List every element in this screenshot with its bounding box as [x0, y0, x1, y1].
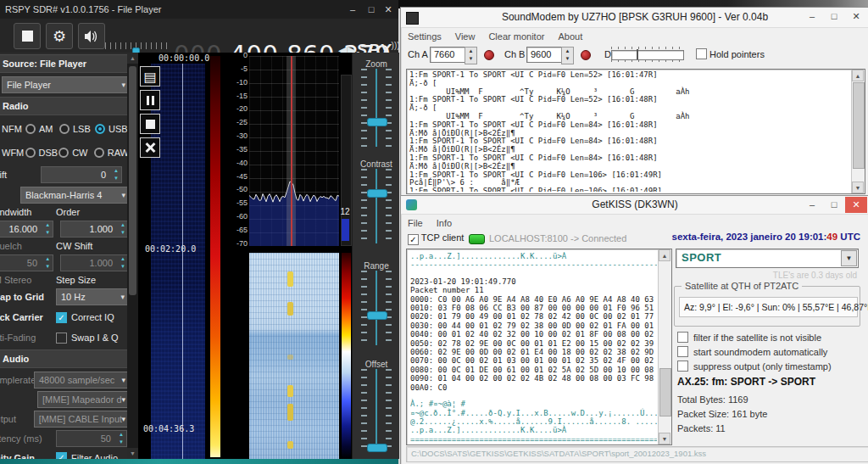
menu-view[interactable]: View	[455, 31, 476, 42]
latency-spinner[interactable]: 50▲▼	[56, 430, 127, 447]
zoom-slider-thumb[interactable]	[367, 118, 387, 126]
db-tick-label: -60	[220, 212, 248, 221]
unity-gain-label: Unity Gain	[0, 453, 56, 460]
autostart-soundmodem-checkbox[interactable]: start soundmodem automatically	[677, 346, 827, 357]
soundmodem-window: SoundModem by UZ7HO [BPSK G3RUH 9600] - …	[400, 7, 868, 198]
scroll-up-icon[interactable]: ▲	[659, 249, 670, 261]
contrast-slider[interactable]: Contrast	[359, 159, 393, 243]
menu-clear-monitor[interactable]: Clear monitor	[488, 31, 544, 42]
scroll-down-icon[interactable]: ▼	[852, 182, 864, 193]
pause-button[interactable]	[140, 90, 160, 110]
settings-button[interactable]: ⚙	[46, 23, 73, 49]
radio-section-header[interactable]: Radio	[0, 97, 127, 115]
channel-b-spinner[interactable]: ▲▼	[561, 47, 574, 64]
scroll-down-icon[interactable]: ▼	[127, 448, 138, 459]
audio-output-select[interactable]: [MME] CABLE Input▾	[34, 411, 127, 428]
datetime-seconds: 49	[826, 232, 837, 242]
soundmodem-maximize-button[interactable]: □	[823, 8, 845, 25]
getkiss-close-button[interactable]: ✕	[845, 197, 867, 213]
scroll-up-icon[interactable]: ▲	[127, 53, 138, 64]
scroll-down-icon[interactable]: ▼	[659, 433, 670, 444]
bandwidth-spinner[interactable]: 16.000▲▼	[0, 221, 53, 238]
offset-slider-thumb[interactable]	[367, 444, 387, 452]
tuning-line[interactable]	[291, 56, 292, 246]
mode-raw-radio[interactable]: RAW	[94, 148, 127, 158]
menu-file[interactable]: File	[408, 218, 423, 228]
squelch-spinner[interactable]: 50▲▼	[0, 254, 53, 271]
chevron-down-icon[interactable]: ▼	[841, 250, 857, 266]
hex-line: 0030: 00 44 00 01 02 79 02 38 00 0D 00 0…	[410, 321, 657, 330]
cw-shift-spinner[interactable]: 1.000▲▼	[60, 254, 127, 271]
main-waterfall[interactable]	[249, 253, 339, 459]
mode-usb-radio[interactable]: USB	[95, 124, 127, 134]
dcd-threshold-slider[interactable]	[611, 47, 682, 62]
getkiss-minimize-button[interactable]: –	[801, 197, 823, 213]
audio-mute-button[interactable]	[78, 23, 105, 49]
audio-section-header[interactable]: Audio	[0, 349, 127, 368]
tcp-client-checkbox[interactable]: ✓ TCP client	[408, 232, 464, 245]
scroll-up-icon[interactable]: ▲	[852, 70, 864, 81]
correct-iq-checkbox[interactable]: ✓	[56, 312, 67, 323]
range-slider-thumb[interactable]	[367, 311, 387, 320]
mode-dsb-radio[interactable]: DSB	[25, 148, 59, 158]
samplerate-select[interactable]: 48000 sample/sec▾	[34, 372, 127, 389]
stop-file-button[interactable]	[140, 114, 160, 134]
soundmodem-minimize-button[interactable]: –	[801, 8, 823, 25]
filter-audio-checkbox[interactable]: ✓	[56, 452, 67, 459]
sdr-window-title: RSPY SDR# v1.0.0.1756 - File Player	[5, 0, 161, 19]
getkiss-maximize-button[interactable]: □	[823, 197, 845, 213]
hex-line: 0070: 00 0C 00 02 01 03 00 01 00 01 02 3…	[410, 356, 657, 365]
channel-a-spinner[interactable]: ▲▼	[465, 47, 477, 64]
chevron-down-icon: ▾	[121, 77, 125, 92]
offset-slider[interactable]: Offset	[359, 360, 393, 452]
file-time-mid: 00:02:20.0	[145, 244, 196, 254]
sdr-maximize-button[interactable]: □	[363, 0, 380, 19]
mode-am-radio[interactable]: AM	[25, 124, 59, 134]
swap-iq-checkbox[interactable]	[56, 333, 67, 344]
packet-hex-panel[interactable]: ..p.a...Z.].............K.K....ü>À------…	[406, 249, 672, 445]
audio-input-select[interactable]: [MME] Mapeador d▾	[37, 391, 127, 408]
filter-visible-checkbox[interactable]: filter if the satellite is not visible	[677, 332, 821, 343]
filter-window-select[interactable]: Blackman-Harris 4▾	[20, 187, 127, 204]
mode-cw-radio[interactable]: CW	[58, 148, 94, 158]
playlist-button[interactable]: ▤	[140, 66, 160, 87]
source-section-header[interactable]: Source: File Player	[0, 54, 127, 73]
zoom-slider[interactable]: Zoom	[359, 59, 393, 147]
menu-settings[interactable]: Settings	[408, 31, 442, 42]
menu-about[interactable]: About	[558, 31, 582, 42]
tle-age-text: TLE's are 0.3 days old	[676, 271, 857, 280]
channel-b-input[interactable]: 9600	[526, 47, 565, 63]
mode-nfm-radio[interactable]: NFM	[0, 124, 25, 134]
dcd-threshold-pointer[interactable]	[637, 49, 638, 59]
menu-info[interactable]: Info	[437, 218, 452, 228]
suppress-output-checkbox[interactable]: suppress output (only timestamp)	[677, 361, 832, 372]
sdr-minimize-button[interactable]: –	[344, 0, 361, 19]
soundmodem-close-button[interactable]: ✕	[845, 8, 867, 25]
monitor-scrollbar-thumb[interactable]	[853, 82, 865, 169]
shift-spinner[interactable]: 0▲▼	[41, 166, 122, 183]
lock-carrier-label: Lock Carrier	[0, 312, 56, 322]
mode-lsb-radio[interactable]: LSB	[59, 124, 95, 134]
step-size-select[interactable]: 10 Hz▾	[56, 288, 127, 305]
monitor-scrollbar[interactable]: ▲ ▼	[851, 70, 865, 193]
spectrum-display[interactable]	[249, 56, 339, 246]
source-select[interactable]: File Player▾	[2, 76, 127, 93]
contrast-slider-thumb[interactable]	[367, 189, 387, 198]
mode-wfm-radio[interactable]: WFM	[0, 148, 25, 158]
db-tick-label: -70	[220, 239, 248, 248]
satellite-select[interactable]: SPORT ▼	[676, 249, 859, 268]
file-tools-button[interactable]	[140, 137, 160, 158]
contrast-slider-label: Contrast	[359, 159, 393, 169]
hex-scrollbar[interactable]: ▲ ▼	[658, 249, 671, 444]
order-spinner[interactable]: 1.000▲▼	[60, 221, 127, 238]
soundmodem-monitor[interactable]: 1:Fm SPORT-1 To SPORT <UI C Pid=F0 Len=5…	[406, 69, 865, 194]
sidebar-scrollbar[interactable]: ▲ ▼	[127, 53, 138, 459]
hold-pointers-checkbox[interactable]: Hold pointers	[696, 48, 765, 59]
channel-a-input[interactable]: 7660	[430, 47, 469, 63]
range-slider[interactable]: Range	[359, 261, 393, 345]
hex-scrollbar-thumb[interactable]	[659, 368, 671, 416]
sidebar-scrollbar-thumb[interactable]	[129, 66, 136, 295]
stop-playback-button[interactable]	[14, 23, 41, 49]
hex-line: 0000: C0 00 A6 A0 9E A4 A8 40 E0 A6 A0 9…	[410, 295, 657, 304]
sdr-close-button[interactable]: ✕	[380, 0, 397, 19]
